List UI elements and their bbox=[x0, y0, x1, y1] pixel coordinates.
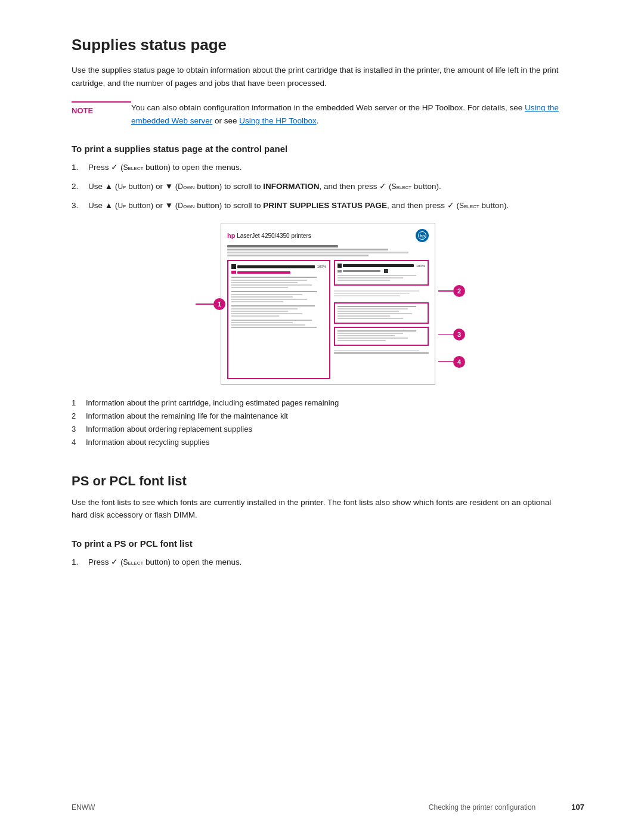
printer-diagram-wrapper: hp LaserJet 4250/4350 printers hp bbox=[185, 224, 471, 385]
callout2-wrapper: 2 bbox=[438, 285, 465, 297]
right-footer-bars bbox=[334, 349, 429, 356]
rf-line2 bbox=[334, 293, 410, 294]
lp-line7 bbox=[231, 294, 302, 295]
rm-line3 bbox=[338, 311, 399, 312]
step2-1: 1. Press ✓ (Select button) to open the m… bbox=[72, 556, 561, 569]
right-middle-panel bbox=[334, 302, 429, 324]
callout2-badge: 2 bbox=[453, 285, 465, 297]
caption-4: 4 Information about recycling supplies bbox=[72, 436, 561, 449]
step2-1-num: 1. bbox=[72, 556, 88, 569]
cartridge-icon bbox=[231, 264, 236, 269]
hp-logo: hp bbox=[416, 229, 429, 242]
rm-line4 bbox=[338, 313, 412, 314]
lp-line12 bbox=[231, 308, 298, 309]
hp-brand: hp bbox=[227, 232, 235, 239]
steps-list: 1. Press ✓ (Select button) to open the m… bbox=[72, 161, 561, 212]
step2-text: Use ▲ (Up button) or ▼ (Down button) to … bbox=[88, 180, 561, 193]
right-top-panel: 100% bbox=[334, 260, 429, 286]
caption4-num: 4 bbox=[72, 436, 81, 449]
step2-info: INFORMATION bbox=[263, 182, 319, 191]
rt-cartridge: 100% bbox=[338, 264, 425, 268]
lp-line10 bbox=[231, 301, 283, 302]
footer-center: Checking the printer configuration bbox=[429, 803, 535, 812]
note-text1: You can also obtain configuration inform… bbox=[131, 103, 525, 112]
cartridge-icon2 bbox=[231, 271, 236, 274]
section2-intro: Use the font lists to see which fonts ar… bbox=[72, 496, 561, 522]
footer-left: ENWW bbox=[72, 803, 95, 812]
lp-line19 bbox=[231, 327, 317, 328]
rt-line2 bbox=[338, 277, 403, 278]
callout4-line bbox=[438, 361, 453, 363]
callout2-row: 2 bbox=[438, 285, 465, 297]
step2-num: 2. bbox=[72, 180, 88, 193]
lp-line14 bbox=[231, 313, 302, 314]
step3-num: 3. bbox=[72, 199, 88, 212]
printer-body: 100% bbox=[227, 260, 429, 379]
footer: ENWW Checking the printer configuration … bbox=[0, 803, 644, 812]
step3-up: Up bbox=[117, 202, 126, 210]
rt-icon3 bbox=[384, 269, 388, 273]
step2-select: Select bbox=[391, 182, 411, 191]
cartridge-fill2 bbox=[237, 271, 290, 274]
subsection2: To print a PS or PCL font list 1. Press … bbox=[72, 538, 584, 569]
step1-num: 1. bbox=[72, 161, 88, 174]
printer-top-bars bbox=[227, 245, 429, 256]
caption1-text: Information about the print cartridge, i… bbox=[86, 397, 339, 410]
note-text2: or see bbox=[212, 116, 239, 125]
cartridge-fill bbox=[237, 265, 315, 268]
note-block: NOTE You can also obtain configuration i… bbox=[72, 101, 561, 127]
printer-model: LaserJet 4250/4350 printers bbox=[237, 233, 311, 239]
lp-line9 bbox=[231, 299, 307, 300]
hp-logo-icon: hp bbox=[418, 231, 426, 240]
section1-intro: Use the supplies status page to obtain i… bbox=[72, 64, 561, 89]
caption-2: 2 Information about the remaining life f… bbox=[72, 410, 561, 423]
cartridge-row2 bbox=[231, 271, 326, 274]
caption-3: 3 Information about ordering replacement… bbox=[72, 423, 561, 436]
rb-line2 bbox=[338, 333, 403, 334]
link-hp-toolbox[interactable]: Using the HP Toolbox bbox=[239, 116, 316, 125]
lp-line18 bbox=[231, 324, 305, 326]
rm-line2 bbox=[338, 308, 408, 309]
right-filler bbox=[334, 289, 429, 299]
step2-up: Up bbox=[117, 182, 126, 191]
steps-list-2: 1. Press ✓ (Select button) to open the m… bbox=[72, 556, 561, 569]
note-text3: . bbox=[317, 116, 319, 125]
rt-fill2 bbox=[343, 270, 380, 272]
cartridge-row: 100% bbox=[231, 264, 326, 269]
rb-line5 bbox=[338, 340, 386, 341]
rb-line4 bbox=[338, 337, 408, 339]
caption-1: 1 Information about the print cartridge,… bbox=[72, 397, 561, 410]
rb-line3 bbox=[338, 335, 395, 336]
note-text: You can also obtain configuration inform… bbox=[131, 101, 561, 127]
callout1-line bbox=[196, 304, 213, 305]
rfb-line1 bbox=[334, 350, 419, 351]
subsection2-title: To print a PS or PCL font list bbox=[72, 538, 584, 549]
callout1-badge: 1 bbox=[213, 298, 225, 310]
rm-line1 bbox=[338, 306, 416, 307]
rt-line3 bbox=[338, 280, 390, 281]
lp-line16 bbox=[231, 320, 312, 321]
step3-select: Select bbox=[459, 202, 479, 210]
step-2: 2. Use ▲ (Up button) or ▼ (Down button) … bbox=[72, 180, 561, 193]
printer-frame: hp LaserJet 4250/4350 printers hp bbox=[221, 224, 435, 385]
callout4-row: 4 bbox=[438, 356, 465, 368]
caption1-num: 1 bbox=[72, 397, 81, 410]
caption2-text: Information about the remaining life for… bbox=[86, 410, 288, 423]
caption4-text: Information about recycling supplies bbox=[86, 436, 209, 449]
rt-row2 bbox=[338, 269, 425, 273]
rm-line5 bbox=[338, 315, 390, 317]
step3-down: Down bbox=[178, 202, 194, 210]
rt-cart-fill bbox=[343, 264, 414, 267]
percent-100: 100% bbox=[317, 265, 326, 268]
footer-right: Checking the printer configuration 107 bbox=[429, 803, 584, 812]
step1-text: Press ✓ (Select button) to open the menu… bbox=[88, 161, 561, 174]
lp-line6 bbox=[231, 291, 317, 292]
step3-text: Use ▲ (Up button) or ▼ (Down button) to … bbox=[88, 199, 561, 212]
lp-line11 bbox=[231, 305, 315, 306]
subsection1-title: To print a supplies status page at the c… bbox=[72, 144, 584, 154]
captions-list: 1 Information about the print cartridge,… bbox=[72, 397, 561, 449]
note-label: NOTE bbox=[72, 101, 131, 127]
callout3-badge: 3 bbox=[453, 329, 465, 340]
page: Supplies status page Use the supplies st… bbox=[0, 0, 644, 833]
step2-down: Down bbox=[178, 182, 194, 191]
